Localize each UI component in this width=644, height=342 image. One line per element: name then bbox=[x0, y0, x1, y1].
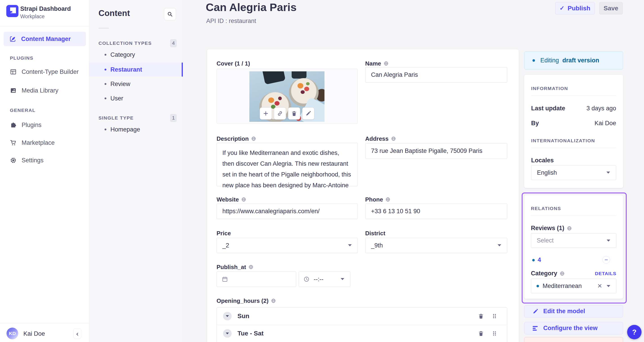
accordion-toggle-button[interactable] bbox=[223, 329, 232, 338]
name-input[interactable]: Can Alegria Paris bbox=[365, 67, 507, 83]
sidebar-item-label: Plugins bbox=[22, 122, 42, 128]
globe-icon bbox=[271, 298, 276, 303]
remove-relation-button[interactable]: − bbox=[602, 256, 610, 264]
chevron-left-icon: ‹ bbox=[76, 330, 78, 337]
district-field-label: District bbox=[365, 230, 386, 237]
globe-icon bbox=[241, 197, 246, 202]
phone-field-label: Phone bbox=[365, 196, 390, 203]
phone-input[interactable]: +33 6 13 10 51 90 bbox=[365, 204, 507, 219]
opening-hours-accordion: Sun Tue - Sat bbox=[216, 307, 507, 342]
strapi-logo[interactable] bbox=[6, 5, 18, 17]
help-button[interactable]: ? bbox=[627, 325, 642, 339]
close-icon[interactable]: ✕ bbox=[597, 283, 602, 289]
clock-icon bbox=[303, 276, 310, 282]
plus-icon bbox=[263, 111, 269, 116]
cover-art-fruit bbox=[301, 90, 305, 94]
delete-media-button[interactable] bbox=[288, 107, 300, 120]
main-sidebar: Strapi Dashboard Workplace Content Manag… bbox=[0, 0, 89, 342]
edit-media-button[interactable] bbox=[302, 107, 314, 120]
calendar-icon bbox=[222, 276, 228, 282]
sidebar-item-content-type-builder[interactable]: Content-Type Builder bbox=[4, 65, 95, 78]
subnav-item-user[interactable]: User bbox=[89, 91, 183, 105]
sidebar-item-label: Media Library bbox=[22, 87, 58, 94]
picture-icon bbox=[10, 87, 17, 94]
sidebar-item-media-library[interactable]: Media Library bbox=[4, 84, 95, 97]
divider bbox=[531, 148, 616, 148]
website-field-label: Website bbox=[216, 196, 246, 203]
layout-icon bbox=[10, 68, 17, 75]
sidebar-item-settings[interactable]: Settings bbox=[4, 154, 95, 167]
locale-select[interactable]: English bbox=[531, 165, 616, 180]
relations-highlight-outline: RELATIONS Reviews (1) Select 4 − Cate bbox=[522, 193, 627, 303]
globe-icon bbox=[386, 197, 390, 202]
cover-art-fruit bbox=[298, 83, 303, 88]
subnav-item-category[interactable]: Category bbox=[89, 48, 183, 62]
last-update-row: Last update 3 days ago bbox=[531, 105, 616, 112]
strapi-dashboard: Strapi Dashboard Workplace Content Manag… bbox=[0, 0, 644, 342]
globe-icon bbox=[251, 136, 256, 141]
drag-handle-icon[interactable] bbox=[492, 313, 498, 319]
opening-hours-row-sun[interactable]: Sun bbox=[217, 307, 507, 325]
category-label: Category bbox=[531, 270, 564, 277]
details-link[interactable]: DETAILS bbox=[595, 271, 616, 276]
sidebar-item-label: Marketplace bbox=[22, 139, 55, 146]
content-subnav: Content COLLECTION TYPES 4 Category Rest… bbox=[89, 0, 183, 342]
globe-icon bbox=[384, 61, 388, 66]
save-button[interactable]: Save bbox=[599, 2, 623, 15]
address-input[interactable]: 73 rue Jean Baptiste Pigalle, 75009 Pari… bbox=[365, 143, 507, 159]
edit-model-button[interactable]: Edit the model bbox=[524, 305, 623, 317]
time-placeholder: --:-- bbox=[314, 276, 323, 283]
price-select[interactable]: _2 bbox=[216, 238, 358, 253]
collapse-sidebar-button[interactable]: ‹ bbox=[74, 328, 81, 339]
reviews-select[interactable]: Select bbox=[531, 233, 616, 248]
single-type-count-badge: 1 bbox=[170, 114, 177, 122]
search-icon bbox=[167, 11, 173, 17]
nav-section-general: GENERAL bbox=[10, 108, 36, 113]
divider bbox=[0, 323, 89, 323]
publish-at-date-input[interactable] bbox=[216, 272, 296, 287]
page-title: Can Alegria Paris bbox=[206, 1, 296, 14]
chevron-down-icon bbox=[226, 332, 229, 334]
publish-button[interactable]: ✓ Publish bbox=[555, 2, 595, 15]
sidebar-item-marketplace[interactable]: Marketplace bbox=[4, 136, 95, 149]
opening-hours-row-tue-sat[interactable]: Tue - Sat bbox=[217, 325, 507, 342]
group-single-type: SINGLE TYPE bbox=[98, 114, 134, 122]
divider bbox=[0, 26, 89, 26]
relations-title: RELATIONS bbox=[531, 206, 561, 211]
bullet-dot bbox=[104, 128, 106, 130]
delete-entry-button-partial[interactable] bbox=[524, 337, 623, 342]
district-select[interactable]: _9th bbox=[365, 238, 507, 253]
copy-link-button[interactable] bbox=[274, 107, 286, 120]
user-name: Kai Doe bbox=[24, 330, 45, 337]
avatar[interactable]: KD bbox=[6, 327, 18, 339]
drag-handle-icon[interactable] bbox=[492, 330, 498, 336]
relation-dot bbox=[532, 259, 535, 261]
search-button[interactable] bbox=[164, 8, 176, 20]
accordion-toggle-button[interactable] bbox=[223, 312, 232, 320]
cover-art-fruit bbox=[304, 87, 309, 91]
draft-status-banner: Editing draft version bbox=[524, 51, 623, 70]
globe-icon bbox=[560, 271, 564, 276]
linked-review-link[interactable]: 4 bbox=[538, 256, 541, 263]
delete-row-button[interactable] bbox=[478, 330, 484, 336]
subnav-item-restaurant[interactable]: Restaurant bbox=[89, 63, 183, 77]
information-title: INFORMATION bbox=[531, 86, 568, 91]
subnav-item-review[interactable]: Review bbox=[89, 77, 183, 91]
subnav-item-homepage[interactable]: Homepage bbox=[89, 122, 183, 136]
add-media-button[interactable] bbox=[260, 107, 272, 120]
sidebar-item-content-manager[interactable]: Content Manager bbox=[4, 32, 86, 46]
sidebar-item-plugins[interactable]: Plugins bbox=[4, 118, 95, 131]
gear-icon bbox=[10, 157, 17, 164]
cover-field-label: Cover (1 / 1) bbox=[216, 60, 250, 67]
chevron-down-icon bbox=[341, 278, 344, 280]
delete-row-button[interactable] bbox=[478, 313, 484, 319]
publish-at-time-input[interactable]: --:-- bbox=[298, 272, 350, 287]
configure-view-button[interactable]: Configure the view bbox=[524, 322, 623, 334]
address-field-label: Address bbox=[365, 135, 396, 142]
description-textarea[interactable]: If you like Mediterranean and exotic dis… bbox=[216, 143, 358, 186]
chevron-down-icon bbox=[607, 240, 610, 242]
category-select[interactable]: Mediterranean ✕ bbox=[531, 279, 616, 293]
website-input[interactable]: https://www.canalegriaparis.com/en/ bbox=[216, 204, 358, 219]
description-field-label: Description bbox=[216, 135, 256, 142]
chevron-down-icon bbox=[348, 244, 352, 246]
